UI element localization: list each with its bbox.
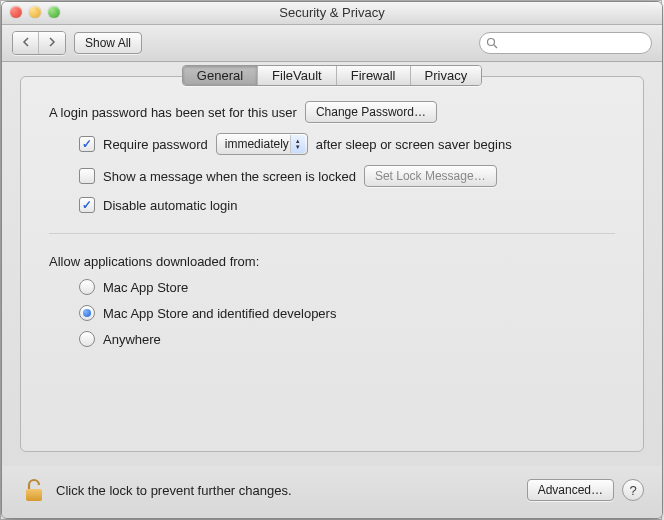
zoom-window-button[interactable] [48, 6, 60, 18]
disable-auto-login-label: Disable automatic login [103, 198, 237, 213]
window-title: Security & Privacy [279, 5, 384, 20]
radio-anywhere[interactable] [79, 331, 95, 347]
set-lock-message-button[interactable]: Set Lock Message… [364, 165, 497, 187]
lock-open-icon [20, 476, 48, 504]
tab-general[interactable]: General [183, 66, 258, 85]
stepper-arrows-icon: ▲▼ [290, 135, 305, 153]
tab-privacy[interactable]: Privacy [411, 66, 482, 85]
show-message-label: Show a message when the screen is locked [103, 169, 356, 184]
separator [49, 233, 615, 234]
footer: Click the lock to prevent further change… [2, 466, 662, 518]
password-delay-value: immediately [225, 137, 289, 151]
show-message-checkbox[interactable] [79, 168, 95, 184]
svg-line-1 [494, 45, 497, 48]
toolbar: Show All [2, 25, 662, 62]
require-password-label: Require password [103, 137, 208, 152]
tab-row: General FileVault Firewall Privacy [182, 65, 482, 86]
back-button[interactable] [13, 32, 39, 54]
content-area: General FileVault Firewall Privacy A log… [2, 62, 662, 466]
lock-button[interactable] [20, 476, 48, 504]
svg-rect-2 [26, 489, 42, 501]
after-sleep-text: after sleep or screen saver begins [316, 137, 512, 152]
chevron-right-icon [48, 37, 56, 47]
settings-panel: General FileVault Firewall Privacy A log… [20, 76, 644, 452]
radio-mac-app-store[interactable] [79, 279, 95, 295]
radio-anywhere-label: Anywhere [103, 332, 161, 347]
search-input[interactable] [502, 35, 636, 51]
preferences-window: Security & Privacy Show All General File… [1, 1, 663, 519]
close-window-button[interactable] [10, 6, 22, 18]
advanced-button[interactable]: Advanced… [527, 479, 614, 501]
forward-button[interactable] [39, 32, 65, 54]
login-password-text: A login password has been set for this u… [49, 105, 297, 120]
password-delay-popup[interactable]: immediately ▲▼ [216, 133, 308, 155]
tab-filevault[interactable]: FileVault [258, 66, 337, 85]
titlebar: Security & Privacy [2, 2, 662, 25]
minimize-window-button[interactable] [29, 6, 41, 18]
require-password-checkbox[interactable] [79, 136, 95, 152]
tab-firewall[interactable]: Firewall [337, 66, 411, 85]
svg-point-0 [488, 39, 495, 46]
disable-auto-login-checkbox[interactable] [79, 197, 95, 213]
show-all-button[interactable]: Show All [74, 32, 142, 54]
change-password-button[interactable]: Change Password… [305, 101, 437, 123]
chevron-left-icon [22, 37, 30, 47]
search-field[interactable] [479, 32, 652, 54]
lock-help-text: Click the lock to prevent further change… [56, 483, 292, 498]
gatekeeper-heading: Allow applications downloaded from: [49, 254, 259, 269]
search-icon [486, 37, 498, 49]
radio-mas-and-dev[interactable] [79, 305, 95, 321]
radio-mas-and-dev-label: Mac App Store and identified developers [103, 306, 336, 321]
help-button[interactable]: ? [622, 479, 644, 501]
radio-mac-app-store-label: Mac App Store [103, 280, 188, 295]
nav-back-forward [12, 31, 66, 55]
